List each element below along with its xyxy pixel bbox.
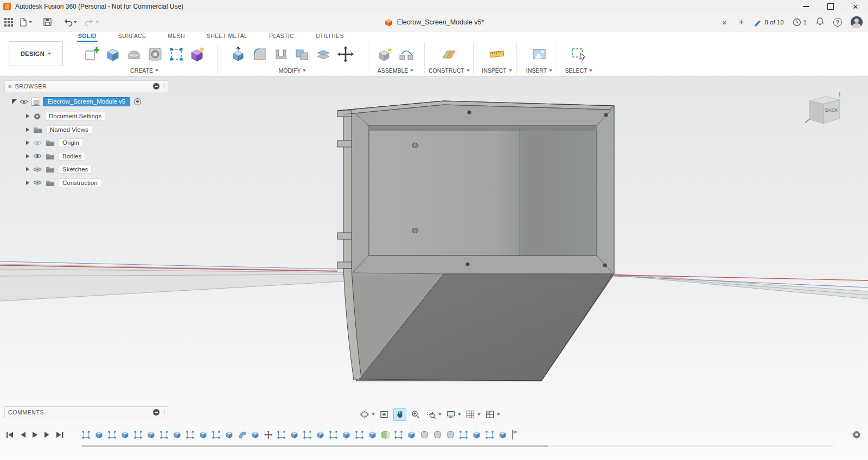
inspect-group-label[interactable]: INSPECT — [476, 67, 518, 74]
pan-button[interactable] — [393, 408, 406, 421]
expand-arrow-icon[interactable] — [26, 114, 29, 118]
timeline-feature-sketch-3[interactable] — [107, 430, 117, 439]
maximize-button[interactable] — [818, 0, 843, 13]
view-cube-left-face[interactable] — [809, 101, 824, 124]
chevron-down-icon[interactable] — [497, 413, 500, 416]
tab-surface[interactable]: SURFACE — [117, 33, 148, 41]
create-group-label[interactable]: CREATE — [76, 67, 213, 74]
data-panel-icon[interactable] — [4, 18, 13, 27]
browser-header[interactable]: « BROWSER — [4, 80, 168, 92]
timeline-feature-move-15[interactable] — [264, 430, 273, 439]
timeline-feature-marker-34[interactable] — [511, 429, 519, 440]
timeline-feature-extrude-4[interactable] — [120, 430, 130, 439]
timeline-feature-sketch-5[interactable] — [133, 430, 143, 439]
timeline-feature-sweep-13[interactable] — [238, 430, 247, 439]
timeline-feature-fillet-28[interactable] — [433, 430, 442, 439]
split-body-button[interactable] — [315, 46, 331, 62]
close-button[interactable]: ✕ — [843, 0, 868, 13]
timeline-feature-extrude-23[interactable] — [368, 430, 377, 439]
display-settings-button[interactable] — [444, 408, 457, 421]
new-document-tab-button[interactable]: + — [737, 17, 745, 28]
timeline-settings-button[interactable] — [852, 430, 861, 442]
timeline-feature-sketch-9[interactable] — [186, 430, 195, 439]
orbit-button[interactable] — [358, 408, 371, 421]
select-button[interactable] — [570, 46, 588, 62]
timeline-feature-sketch-32[interactable] — [485, 430, 494, 439]
timeline-feature-sketch-7[interactable] — [159, 430, 169, 439]
model-body[interactable] — [336, 101, 614, 381]
notifications-button[interactable] — [815, 17, 825, 28]
timeline-feature-sketch-25[interactable] — [394, 430, 403, 439]
viewport-3d[interactable]: BACK « BROWSER Elecrow_Screen_Module v5 — [0, 76, 868, 460]
tab-plastic[interactable]: PLASTIC — [268, 33, 295, 41]
panel-options-icon[interactable] — [153, 409, 159, 416]
assemble-group-label[interactable]: ASSEMBLE — [371, 67, 420, 74]
timeline-feature-extrude-14[interactable] — [251, 430, 260, 439]
timeline-scrollbar[interactable] — [81, 445, 833, 447]
timeline-feature-extrude-17[interactable] — [290, 430, 299, 439]
job-status-button[interactable]: 1 — [793, 18, 807, 27]
visibility-eye-icon[interactable] — [33, 180, 42, 186]
chevron-down-icon[interactable] — [458, 413, 461, 416]
fit-button[interactable] — [425, 408, 438, 421]
user-avatar[interactable] — [851, 16, 863, 28]
redo-button[interactable] — [85, 18, 99, 27]
browser-item-origin[interactable]: Origin — [4, 136, 168, 150]
panel-grip-icon[interactable] — [163, 83, 164, 90]
create-form-button[interactable] — [189, 46, 206, 62]
measure-button[interactable] — [489, 46, 505, 62]
select-group-label[interactable]: SELECT — [560, 67, 598, 74]
timeline-feature-extrude-33[interactable] — [498, 430, 507, 439]
extrude-button[interactable] — [105, 46, 121, 62]
visibility-eye-icon[interactable] — [20, 99, 28, 105]
expand-arrow-icon[interactable] — [26, 127, 29, 132]
collapse-panel-icon[interactable]: « — [8, 82, 12, 90]
document-tab[interactable]: Elecrow_Screen_Module v5* — [397, 18, 484, 26]
undo-button[interactable] — [63, 18, 77, 27]
shell-button[interactable] — [273, 46, 289, 62]
visibility-eye-icon[interactable] — [33, 167, 42, 173]
expand-arrow-icon[interactable] — [26, 167, 29, 171]
timeline-feature-extrude-8[interactable] — [173, 430, 182, 439]
look-at-button[interactable] — [378, 408, 391, 421]
timeline-feature-extrude-19[interactable] — [316, 430, 325, 439]
browser-item-named-views[interactable]: Named Views — [4, 123, 168, 137]
close-document-tab-button[interactable]: × — [720, 18, 729, 27]
step-back-button[interactable] — [20, 431, 27, 441]
insert-group-label[interactable]: INSERT — [520, 67, 559, 74]
file-menu-button[interactable] — [18, 17, 32, 27]
timeline-feature-sketch-20[interactable] — [329, 430, 338, 439]
grid-snaps-button[interactable] — [464, 408, 477, 421]
timeline-feature-sketch-18[interactable] — [303, 430, 312, 439]
play-button[interactable] — [31, 431, 39, 441]
save-limit-badge[interactable]: 8 of 10 — [754, 18, 783, 27]
timeline-feature-extrude-21[interactable] — [342, 430, 351, 439]
timeline-feature-sketch-1[interactable] — [81, 430, 91, 439]
timeline-feature-extrude-12[interactable] — [225, 430, 234, 439]
browser-root-label[interactable]: Elecrow_Screen_Module v5 — [43, 97, 130, 106]
expand-arrow-icon[interactable] — [26, 181, 29, 185]
timeline-feature-extrude-2[interactable] — [94, 430, 104, 439]
insert-canvas-button[interactable] — [531, 46, 547, 62]
viewports-button[interactable] — [483, 408, 496, 421]
browser-item-construction[interactable]: Construction — [4, 176, 168, 190]
comments-header[interactable]: COMMENTS — [4, 406, 168, 418]
timeline-scrollbar-thumb[interactable] — [81, 445, 548, 447]
joint-button[interactable] — [398, 46, 414, 62]
timeline-feature-sketch-30[interactable] — [459, 430, 468, 439]
press-pull-button[interactable] — [231, 46, 247, 62]
browser-item-bodies[interactable]: Bodies — [4, 150, 168, 163]
pattern-button[interactable] — [168, 46, 184, 62]
timeline-feature-extrude-26[interactable] — [407, 430, 416, 439]
view-cube[interactable]: BACK — [802, 90, 845, 129]
tab-mesh[interactable]: MESH — [167, 33, 186, 41]
zoom-button[interactable] — [409, 408, 422, 421]
browser-root-item[interactable]: Elecrow_Screen_Module v5 — [4, 94, 168, 108]
timeline-feature-extrude-31[interactable] — [472, 430, 481, 439]
timeline-feature-sketch-22[interactable] — [355, 430, 364, 439]
tab-sheet-metal[interactable]: SHEET METAL — [206, 33, 248, 41]
construct-group-label[interactable]: CONSTRUCT — [427, 67, 471, 74]
tab-solid[interactable]: SOLID — [77, 33, 98, 41]
chevron-down-icon[interactable] — [438, 413, 442, 416]
browser-item-document-settings[interactable]: Document Settings — [4, 110, 168, 123]
